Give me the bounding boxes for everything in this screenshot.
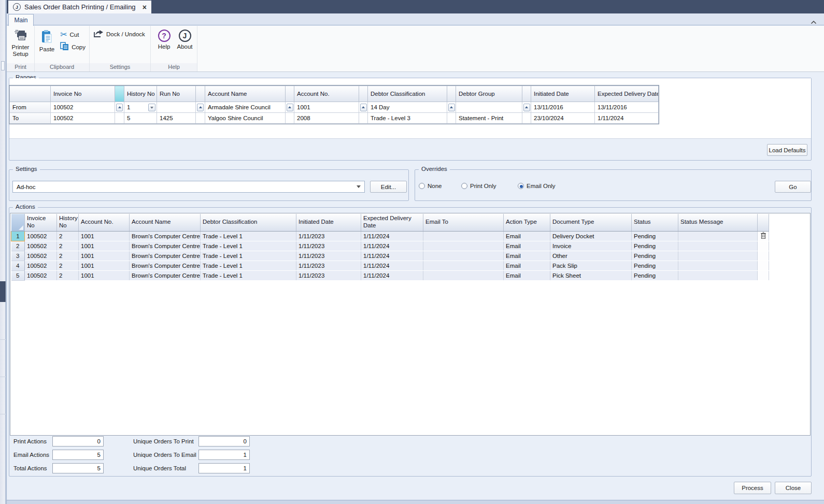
cell-debtor-classification[interactable]: Trade - Level 1 [201,251,296,261]
printer-setup-button[interactable]: Printer Setup [9,27,32,63]
cell-status[interactable]: Pending [632,261,678,270]
cell-debtor-classification[interactable]: Trade - Level 1 [201,231,296,241]
history-no-dropdown-icon[interactable] [148,104,155,111]
cell-invoice-no[interactable]: 100502 [25,261,57,270]
cell-action-type[interactable]: Email [504,251,550,261]
collapse-ribbon-icon[interactable] [811,17,817,26]
radio-email-only-circle-icon[interactable] [518,183,524,189]
from-debtor-classification[interactable]: 14 Day [368,102,447,113]
cell-email-to[interactable] [423,231,504,241]
cell-account-no[interactable]: 1001 [79,270,130,280]
cell-status-message[interactable] [678,231,758,241]
cell-action-type[interactable]: Email [504,231,550,241]
cell-initiated-date[interactable]: 1/11/2023 [296,241,361,251]
account-no-spinner[interactable] [360,104,367,111]
row-number[interactable]: 5 [11,270,25,280]
to-invoice-no[interactable]: 100502 [51,113,115,124]
cell-history-no[interactable]: 2 [57,251,79,261]
cell-document-type[interactable]: Invoice [550,241,632,251]
cell-invoice-no[interactable]: 100502 [25,231,57,241]
cell-invoice-no[interactable]: 100502 [25,251,57,261]
process-button[interactable]: Process [734,482,771,494]
radio-print-only-circle-icon[interactable] [461,183,467,189]
cell-debtor-classification[interactable]: Trade - Level 1 [201,270,296,280]
row-number[interactable]: 2 [11,241,25,251]
radio-none[interactable]: None [419,183,442,189]
from-debtor-group[interactable] [456,102,522,113]
to-expected-delivery-date[interactable]: 1/11/2024 [595,113,659,124]
cell-initiated-date[interactable]: 1/11/2023 [296,261,361,270]
cell-account-name[interactable]: Brown's Computer Centre [130,270,201,280]
cell-history-no[interactable]: 2 [57,270,79,280]
cell-initiated-date[interactable]: 1/11/2023 [296,251,361,261]
cell-action-type[interactable]: Email [504,241,550,251]
to-initiated-date[interactable]: 23/10/2024 [531,113,595,124]
cell-expected-delivery-date[interactable]: 1/11/2024 [361,251,423,261]
cell-account-name[interactable]: Brown's Computer Centre [130,231,201,241]
account-name-spinner[interactable] [287,104,293,111]
cut-button[interactable]: ✂ Cut [59,29,87,40]
radio-none-circle-icon[interactable] [419,183,425,189]
cell-invoice-no[interactable]: 100502 [25,241,57,251]
debtor-classification-spinner[interactable] [448,104,455,111]
cell-expected-delivery-date[interactable]: 1/11/2024 [361,231,423,241]
help-button[interactable]: ? Help [155,27,173,63]
cell-debtor-classification[interactable]: Trade - Level 1 [201,261,296,270]
cell-status[interactable]: Pending [632,251,678,261]
actions-corner-header[interactable] [11,214,25,231]
cell-account-name[interactable]: Brown's Computer Centre [130,251,201,261]
cell-invoice-no[interactable]: 100502 [25,270,57,280]
close-tab-icon[interactable]: × [143,4,147,11]
cell-history-no[interactable]: 2 [57,241,79,251]
cell-status-message[interactable] [678,241,758,251]
row-number-selected[interactable]: 1 [11,231,25,241]
from-account-no[interactable]: 1001 [294,102,359,113]
radio-email-only[interactable]: Email Only [518,183,556,189]
cell-status[interactable]: Pending [632,270,678,280]
cell-debtor-classification[interactable]: Trade - Level 1 [201,241,296,251]
close-button[interactable]: Close [775,482,812,494]
debtor-group-spinner[interactable] [523,104,530,111]
cell-email-to[interactable] [423,270,504,280]
table-row[interactable]: 1 100502 2 1001 Brown's Computer Centre … [11,231,769,241]
from-account-name[interactable]: Armadale Shire Council [205,102,286,113]
cell-account-name[interactable]: Brown's Computer Centre [130,241,201,251]
row-number[interactable]: 3 [11,251,25,261]
cell-history-no[interactable]: 2 [57,231,79,241]
settings-profile-select[interactable]: Ad-hoc [12,181,365,193]
table-row[interactable]: 2 100502 2 1001 Brown's Computer Centre … [11,241,769,251]
from-history-no[interactable]: 1 [124,102,157,113]
cell-history-no[interactable]: 2 [57,261,79,270]
to-debtor-classification[interactable]: Trade - Level 3 [368,113,447,124]
from-initiated-date[interactable]: 13/11/2016 [531,102,595,113]
to-account-name[interactable]: Yalgoo Shire Council [205,113,286,124]
delete-row-button[interactable] [758,231,769,241]
invoice-no-spinner[interactable] [116,104,123,111]
table-row[interactable]: 5 100502 2 1001 Brown's Computer Centre … [11,270,769,280]
table-row[interactable]: 3 100502 2 1001 Brown's Computer Centre … [11,251,769,261]
cell-action-type[interactable]: Email [504,261,550,270]
cell-status[interactable]: Pending [632,231,678,241]
cell-initiated-date[interactable]: 1/11/2023 [296,231,361,241]
cell-action-type[interactable]: Email [504,270,550,280]
to-run-no[interactable]: 1425 [157,113,196,124]
cell-account-no[interactable]: 1001 [79,261,130,270]
to-account-no[interactable]: 2008 [294,113,359,124]
to-history-no[interactable]: 5 [124,113,157,124]
table-row[interactable]: 4 100502 2 1001 Brown's Computer Centre … [11,261,769,270]
tab-main[interactable]: Main [8,14,34,26]
cell-account-name[interactable]: Brown's Computer Centre [130,261,201,270]
about-button[interactable]: J About [175,27,195,63]
cell-account-no[interactable]: 1001 [79,231,130,241]
cell-status[interactable]: Pending [632,241,678,251]
cell-account-no[interactable]: 1001 [79,241,130,251]
copy-button[interactable]: Copy [59,41,87,52]
cell-expected-delivery-date[interactable]: 1/11/2024 [361,270,423,280]
radio-print-only[interactable]: Print Only [461,183,496,189]
cell-account-no[interactable]: 1001 [79,251,130,261]
document-tab[interactable]: J Sales Order Batch Printing / Emailing … [8,1,151,13]
go-button[interactable]: Go [775,181,811,193]
cell-initiated-date[interactable]: 1/11/2023 [296,270,361,280]
load-defaults-button[interactable]: Load Defaults [767,144,807,156]
cell-document-type[interactable]: Delivery Docket [550,231,632,241]
